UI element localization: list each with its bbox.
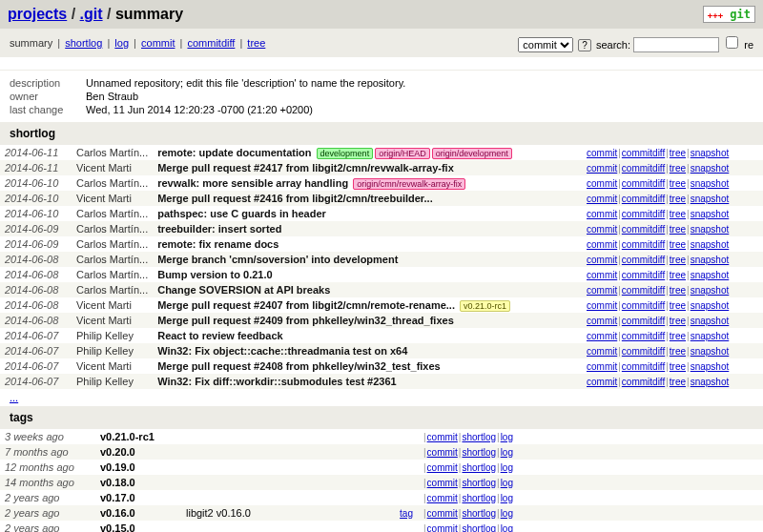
search-type-select[interactable]: commit — [518, 37, 573, 52]
link-tree[interactable]: tree — [670, 346, 686, 357]
link-tree[interactable]: tree — [670, 163, 686, 174]
nav-commitdiff[interactable]: commitdiff — [187, 37, 235, 49]
commit-subject[interactable]: treebuilder: insert sorted — [153, 221, 582, 236]
link-snapshot[interactable]: snapshot — [691, 239, 730, 250]
link-commit[interactable]: commit — [587, 148, 617, 158]
link-shortlog[interactable]: shortlog — [462, 478, 496, 488]
link-log[interactable]: log — [501, 493, 513, 503]
link-commit[interactable]: commit — [427, 508, 458, 519]
ref-badge[interactable]: origin/HEAD — [375, 148, 430, 159]
link-snapshot[interactable]: snapshot — [691, 346, 730, 357]
link-tree[interactable]: tree — [670, 377, 686, 387]
link-tree[interactable]: tree — [670, 331, 686, 341]
commit-subject[interactable]: Merge pull request #2408 from phkelley/w… — [153, 358, 582, 374]
link-tree[interactable]: tree — [670, 209, 686, 219]
link-tree[interactable]: tree — [670, 239, 686, 250]
link-shortlog[interactable]: shortlog — [462, 523, 496, 533]
link-tree[interactable]: tree — [670, 178, 686, 189]
tag-name[interactable]: v0.15.0 — [95, 521, 181, 532]
link-commitdiff[interactable]: commitdiff — [622, 316, 665, 326]
nav-commit[interactable]: commit — [141, 37, 175, 49]
commit-subject[interactable]: revwalk: more sensible array handling or… — [153, 175, 582, 191]
link-snapshot[interactable]: snapshot — [691, 377, 730, 387]
link-commit[interactable]: commit — [427, 447, 458, 458]
link-commit[interactable]: commit — [587, 361, 617, 372]
tag-name[interactable]: v0.16.0 — [95, 505, 181, 521]
link-snapshot[interactable]: snapshot — [691, 209, 730, 219]
link-commit[interactable]: commit — [587, 346, 617, 357]
commit-subject[interactable]: Win32: Fix diff::workdir::submodules tes… — [153, 374, 582, 389]
link-tree[interactable]: tree — [670, 194, 686, 204]
link-commitdiff[interactable]: commitdiff — [622, 300, 665, 311]
search-input[interactable] — [633, 37, 719, 52]
link-log[interactable]: log — [501, 523, 513, 533]
link-tree[interactable]: tree — [670, 316, 686, 326]
tag-name[interactable]: v0.20.0 — [95, 444, 181, 460]
link-commit[interactable]: commit — [587, 239, 617, 250]
link-snapshot[interactable]: snapshot — [691, 148, 730, 158]
link-shortlog[interactable]: shortlog — [462, 493, 496, 503]
link-commitdiff[interactable]: commitdiff — [622, 209, 665, 219]
link-commitdiff[interactable]: commitdiff — [622, 148, 665, 158]
link-snapshot[interactable]: snapshot — [691, 178, 730, 189]
link-commit[interactable]: commit — [587, 300, 617, 311]
commit-subject[interactable]: pathspec: use C guards in header — [153, 206, 582, 221]
link-commitdiff[interactable]: commitdiff — [622, 163, 665, 174]
link-shortlog[interactable]: shortlog — [462, 462, 496, 473]
link-commitdiff[interactable]: commitdiff — [622, 194, 665, 204]
link-snapshot[interactable]: snapshot — [691, 194, 730, 204]
link-commitdiff[interactable]: commitdiff — [622, 285, 665, 296]
link-log[interactable]: log — [501, 462, 513, 473]
link-commitdiff[interactable]: commitdiff — [622, 178, 665, 189]
commit-subject[interactable]: remote: fix rename docs — [153, 236, 582, 252]
link-snapshot[interactable]: snapshot — [691, 285, 730, 296]
tag-name[interactable]: v0.17.0 — [95, 490, 181, 505]
breadcrumb-repo[interactable]: .git — [80, 6, 103, 22]
link-tag[interactable]: tag — [400, 508, 413, 519]
nav-shortlog[interactable]: shortlog — [65, 37, 102, 49]
link-commit[interactable]: commit — [427, 523, 458, 533]
link-commitdiff[interactable]: commitdiff — [622, 270, 665, 280]
link-tree[interactable]: tree — [670, 148, 686, 158]
link-commit[interactable]: commit — [427, 462, 458, 473]
link-snapshot[interactable]: snapshot — [691, 331, 730, 341]
link-snapshot[interactable]: snapshot — [691, 270, 730, 280]
link-commit[interactable]: commit — [587, 255, 617, 265]
ref-badge[interactable]: origin/development — [432, 148, 512, 159]
link-commit[interactable]: commit — [587, 377, 617, 387]
commit-subject[interactable]: Merge pull request #2416 from libgit2/cm… — [153, 191, 582, 206]
search-help[interactable]: ? — [578, 39, 591, 51]
link-commit[interactable]: commit — [587, 270, 617, 280]
commit-subject[interactable]: Win32: Fix object::cache::threadmania te… — [153, 343, 582, 358]
commit-subject[interactable]: Bump version to 0.21.0 — [153, 267, 582, 282]
link-commit[interactable]: commit — [427, 478, 458, 488]
link-log[interactable]: log — [501, 447, 513, 458]
link-commit[interactable]: commit — [587, 194, 617, 204]
nav-log[interactable]: log — [114, 37, 129, 49]
link-tree[interactable]: tree — [670, 224, 686, 235]
commit-subject[interactable]: Merge pull request #2407 from libgit2/cm… — [153, 297, 582, 313]
link-commitdiff[interactable]: commitdiff — [622, 361, 665, 372]
link-shortlog[interactable]: shortlog — [462, 508, 496, 519]
shortlog-more[interactable]: ... — [0, 389, 763, 406]
link-commit[interactable]: commit — [587, 331, 617, 341]
link-log[interactable]: log — [501, 478, 513, 488]
git-logo[interactable]: +++ git — [703, 6, 755, 23]
link-commit[interactable]: commit — [587, 209, 617, 219]
link-commit[interactable]: commit — [587, 316, 617, 326]
breadcrumb-projects[interactable]: projects — [8, 6, 67, 22]
link-commit[interactable]: commit — [587, 224, 617, 235]
link-commitdiff[interactable]: commitdiff — [622, 377, 665, 387]
commit-subject[interactable]: Merge branch 'cmn/soversion' into develo… — [153, 252, 582, 267]
link-commit[interactable]: commit — [587, 178, 617, 189]
link-commit[interactable]: commit — [427, 493, 458, 503]
link-tree[interactable]: tree — [670, 270, 686, 280]
tag-name[interactable]: v0.19.0 — [95, 460, 181, 475]
link-tree[interactable]: tree — [670, 255, 686, 265]
link-snapshot[interactable]: snapshot — [691, 316, 730, 326]
link-commit[interactable]: commit — [427, 432, 458, 442]
link-shortlog[interactable]: shortlog — [462, 432, 496, 442]
ref-badge[interactable]: origin/cmn/revwalk-array-fix — [353, 178, 465, 190]
tag-name[interactable]: v0.21.0-rc1 — [95, 429, 181, 444]
ref-badge[interactable]: development — [317, 148, 374, 159]
